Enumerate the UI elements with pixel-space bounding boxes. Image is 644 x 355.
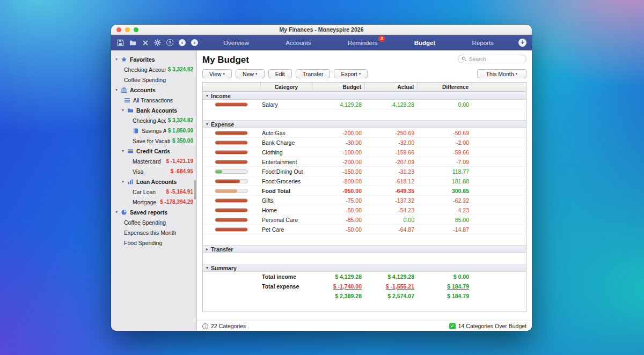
budget-row-food-groceries[interactable]: Food:Groceries-800.00-618.12181.88: [203, 176, 526, 186]
budget-row-bank-charge[interactable]: Bank Charge-30.00-32.00-2.00: [203, 138, 526, 147]
sidebar-item-visa[interactable]: Visa$ -684.95: [111, 166, 196, 176]
progress-cell: [203, 189, 261, 193]
nav-tab-accounts[interactable]: Accounts: [282, 39, 314, 47]
sidebar-group-bank-accounts[interactable]: ▾Bank Accounts: [111, 105, 196, 115]
nav-tab-label: Reports: [472, 40, 494, 46]
budget-row-food-dining-out[interactable]: Food:Dining Out-150.00-31.23118.77: [203, 167, 526, 176]
checkbox-checked-icon[interactable]: ✓: [449, 323, 456, 329]
actual-column-header[interactable]: Actual: [365, 83, 418, 91]
difference-cell: -62.32: [418, 197, 472, 204]
period-label: This Month: [486, 71, 514, 77]
table-body: ▾IncomeSalary4,129.284,129.280.00▾Expens…: [203, 92, 526, 312]
section-header-income[interactable]: ▾Income: [203, 92, 526, 100]
table-header-row: Category Budget Actual Difference: [203, 83, 526, 92]
nav-tab-reports[interactable]: Reports: [469, 39, 497, 47]
forward-icon[interactable]: ›: [191, 39, 199, 47]
account-balance: $ 3,324.82: [166, 66, 193, 72]
sidebar-group-credit-cards[interactable]: ▾Credit Cards: [111, 146, 196, 156]
transfer-button[interactable]: Transfer: [296, 69, 331, 78]
sidebar-item-food-spending[interactable]: Food Spending: [111, 238, 196, 248]
budget-column-header[interactable]: Budget: [312, 83, 365, 91]
budget-progress-bar: [215, 150, 248, 154]
budget-cell: -150.00: [312, 168, 365, 175]
budget-row-gifts[interactable]: Gifts-75.00-137.32-62.32: [203, 196, 526, 205]
sidebar-item-checking-account[interactable]: Checking Account$ 3,324.82: [111, 64, 196, 75]
budget-row-total-expense[interactable]: Total expense$ -1,740.00$ -1,555.21$ 184…: [203, 282, 526, 291]
window-titlebar[interactable]: My Finances - Moneyspire 2026: [111, 25, 532, 35]
export-button[interactable]: Export▾: [334, 69, 368, 78]
nav-tab-overview[interactable]: Overview: [220, 39, 252, 47]
section-header-summary[interactable]: ▾Summary: [203, 264, 526, 272]
sidebar-item-expenses-this-month[interactable]: Expenses this Month: [111, 227, 196, 238]
settings-gear-icon[interactable]: [153, 39, 162, 47]
sidebar-item-savings-account[interactable]: Savings Account$ 1,850.00: [111, 125, 196, 136]
open-folder-icon[interactable]: [129, 39, 137, 47]
sidebar-item-mortgage[interactable]: Mortgage$ -178,394.29: [111, 197, 196, 207]
budget-row-auto-gas[interactable]: Auto:Gas-200.00-250.69-50.69: [203, 128, 526, 138]
caret-down-icon: ▾: [255, 72, 258, 76]
chevron-down-icon: ▾: [122, 149, 127, 153]
reports-icon: [121, 209, 128, 216]
sidebar-group-saved-reports[interactable]: ▾Saved reports: [111, 207, 196, 217]
nav-tab-reminders[interactable]: Reminders2: [345, 39, 381, 47]
main-header: My Budget: [197, 50, 532, 66]
back-icon[interactable]: ‹: [178, 39, 186, 47]
help-icon[interactable]: ?: [166, 39, 174, 47]
chevron-down-icon: ▾: [206, 265, 208, 270]
category-count: 22 Categories: [211, 323, 246, 329]
save-icon[interactable]: [116, 39, 125, 47]
nav-tabs: OverviewAccountsReminders2BudgetReports: [199, 39, 518, 47]
budget-row-food-total[interactable]: Food Total-950.00-649.35300.65: [203, 186, 526, 196]
sidebar-group-favorites[interactable]: ▾Favorites: [111, 54, 196, 64]
new-button[interactable]: New▾: [236, 69, 265, 78]
budget-row-entertainment[interactable]: Entertainment-200.00-207.09-7.09: [203, 157, 526, 167]
category-column-header[interactable]: Category: [261, 83, 312, 91]
budget-row-net-total[interactable]: $ 2,389.28$ 2,574.07$ 184.79: [203, 291, 526, 301]
budget-row-home[interactable]: Home-50.00-54.23-4.23: [203, 205, 526, 215]
edit-button[interactable]: Edit: [268, 69, 292, 78]
category-cell: Total expense: [261, 283, 312, 290]
star-icon: [121, 56, 128, 63]
over-budget-count: 14 Categories Over Budget: [458, 323, 526, 329]
search-input[interactable]: [469, 56, 523, 62]
nav-tab-label: Overview: [223, 40, 249, 46]
sidebar-label: Favorites: [130, 56, 155, 63]
sidebar-item-mastercard[interactable]: Mastercard$ -1,421.19: [111, 156, 196, 166]
account-balance: $ 350.00: [170, 138, 193, 144]
budget-progress-bar: [215, 140, 248, 145]
tools-icon[interactable]: [141, 39, 149, 47]
sidebar-item-coffee-spending[interactable]: Coffee Spending: [111, 217, 196, 227]
sidebar-group-accounts[interactable]: ▾Accounts: [111, 85, 196, 95]
section-header-transfer[interactable]: ▸Transfer: [203, 245, 526, 253]
budget-row-personal-care[interactable]: Personal Care-85.000.0085.00: [203, 215, 526, 225]
view-button[interactable]: View▾: [202, 69, 232, 78]
section-header-expense[interactable]: ▾Expense: [203, 120, 526, 128]
desktop-background: My Finances - Moneyspire 2026 ? ‹ ›: [0, 0, 644, 355]
sidebar-item-checking-account[interactable]: Checking Account$ 3,324.82: [111, 115, 196, 125]
sidebar-group-loan-accounts[interactable]: ▾Loan Accounts: [111, 176, 196, 187]
progress-cell: [203, 131, 261, 135]
category-cell: Auto:Gas: [261, 130, 312, 136]
sidebar-item-car-loan[interactable]: Car Loan$ -5,164.91: [111, 187, 196, 197]
period-button[interactable]: This Month▾: [477, 69, 526, 78]
progress-fill: [215, 199, 247, 202]
budget-row-pet-care[interactable]: Pet Care-50.00-64.87-14.87: [203, 225, 526, 234]
budget-row-salary[interactable]: Salary4,129.284,129.280.00: [203, 100, 526, 109]
actual-cell: -618.12: [365, 178, 418, 184]
progress-cell: [203, 150, 261, 154]
budget-row-clothing[interactable]: Clothing-100.00-159.66-59.66: [203, 147, 526, 157]
actual-cell: -207.09: [365, 159, 418, 165]
sidebar-scrollbar[interactable]: [194, 180, 196, 199]
search-box[interactable]: [458, 55, 526, 63]
progress-cell: [203, 208, 261, 212]
sidebar-item-save-for-vacati[interactable]: Save for Vacati...$ 350.00: [111, 136, 196, 146]
sidebar-label: Coffee Spending: [124, 77, 166, 83]
difference-column-header[interactable]: Difference: [418, 83, 472, 91]
nav-tab-budget[interactable]: Budget: [411, 39, 439, 47]
budget-row-total-income[interactable]: Total income$ 4,129.28$ 4,129.28$ 0.00: [203, 272, 526, 282]
chevron-down-icon: ▾: [206, 122, 208, 127]
sidebar-item-coffee-spending[interactable]: Coffee Spending: [111, 75, 196, 85]
add-button[interactable]: +: [518, 39, 526, 47]
sidebar-item-all-transactions[interactable]: All Transactions: [111, 95, 196, 105]
category-cell: Food:Dining Out: [261, 168, 312, 175]
